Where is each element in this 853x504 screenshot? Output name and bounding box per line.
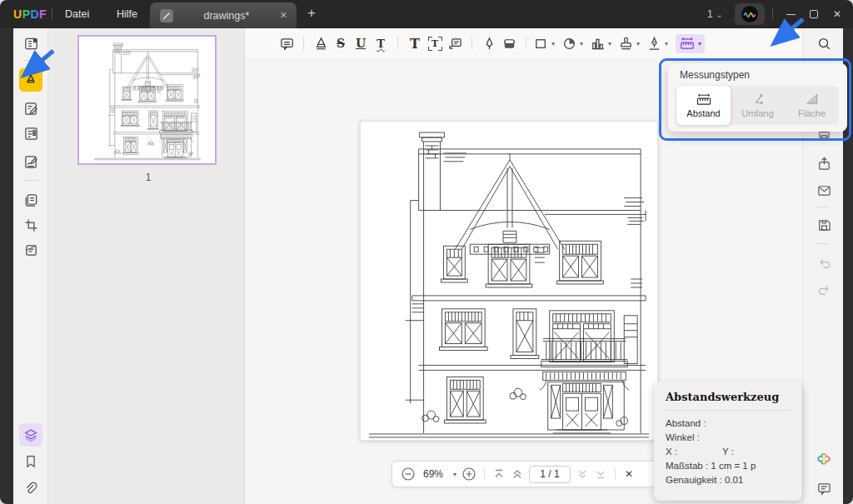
- close-icon: ✕: [833, 8, 841, 20]
- measure-types-popup: Messungstypen Abstand Umfang Fläche: [668, 63, 847, 132]
- sidebar-item-forms[interactable]: [21, 123, 41, 143]
- menu-hilfe[interactable]: Hilfe: [105, 0, 149, 28]
- shape-button[interactable]: ▾: [533, 32, 555, 54]
- textbox-button[interactable]: T: [425, 32, 445, 54]
- first-page-button[interactable]: [492, 467, 506, 481]
- sidebar-item-reader[interactable]: [21, 33, 41, 53]
- tooltip-abstand: Abstand :: [666, 417, 706, 431]
- minimize-button[interactable]: [780, 0, 801, 28]
- toolbar-divider: [526, 37, 526, 50]
- strikethrough-button[interactable]: S: [331, 32, 351, 54]
- zoom-dropdown[interactable]: ▾: [453, 471, 456, 478]
- tool-sidebar: [13, 28, 48, 504]
- tooltip-title: Abstandswerkzeug: [666, 391, 791, 403]
- titlebar: UPDF Datei Hilfe drawings* ✕ + 1⌄ ✕: [0, 0, 853, 28]
- thumbnail-house-drawing: [91, 39, 204, 161]
- new-tab-button[interactable]: +: [302, 0, 321, 28]
- next-page-button[interactable]: [576, 467, 589, 481]
- annotation-toolbar: S U T T T ▾ ▾ ▾ ▾: [245, 28, 802, 58]
- zoombar-divider: [615, 468, 616, 480]
- option-abstand[interactable]: Abstand: [676, 86, 731, 125]
- sidebar-item-layers[interactable]: [19, 423, 42, 447]
- distance-icon: [695, 92, 713, 107]
- undo-button[interactable]: [814, 253, 834, 273]
- sidebar-item-sign[interactable]: [21, 152, 41, 172]
- eraser-button[interactable]: [499, 32, 519, 54]
- sidebar-item-ocr[interactable]: [21, 240, 41, 260]
- window-controls-divider: [772, 8, 773, 20]
- updf-ai-icon: [740, 4, 760, 24]
- squiggly-underline-button[interactable]: T: [371, 32, 391, 54]
- sticker-button[interactable]: ▾: [561, 32, 583, 54]
- sidebar-item-crop[interactable]: [21, 215, 41, 235]
- chart-button[interactable]: ▾: [590, 32, 611, 54]
- thumbnail-panel: 1: [48, 28, 245, 504]
- sidebar-item-attachments[interactable]: [21, 478, 41, 498]
- highlight-button[interactable]: [311, 32, 331, 54]
- signature-button[interactable]: ▾: [646, 32, 668, 54]
- measure-options: Abstand Umfang Fläche: [676, 86, 839, 125]
- redo-button[interactable]: [814, 280, 834, 300]
- pencil-button[interactable]: [479, 32, 499, 54]
- tooltip-genauigkeit: Genauigkeit : 0.01: [666, 473, 743, 487]
- sidebar-divider: [23, 180, 38, 181]
- updf-ai-button[interactable]: [735, 3, 765, 25]
- tooltip-x: X :: [666, 445, 677, 459]
- page-number-input[interactable]: 1 / 1: [529, 466, 571, 483]
- comment-button[interactable]: [277, 32, 297, 54]
- sidebar-item-pages[interactable]: [21, 190, 41, 210]
- house-elevation-drawing: [361, 122, 657, 440]
- page-thumbnail[interactable]: [77, 35, 217, 165]
- menu-datei[interactable]: Datei: [53, 0, 101, 28]
- maximize-button[interactable]: [803, 0, 825, 28]
- toolbar-divider: [397, 37, 398, 50]
- close-button[interactable]: ✕: [826, 0, 848, 28]
- underline-button[interactable]: U: [351, 32, 371, 54]
- caret-down-icon: ▾: [665, 40, 668, 47]
- tooltip-y: Y :: [722, 445, 734, 459]
- thumbnail-page-number: 1: [48, 172, 248, 183]
- callout-button[interactable]: [445, 32, 465, 54]
- feedback-button[interactable]: [814, 478, 834, 498]
- zoom-in-button[interactable]: [461, 467, 476, 482]
- previous-page-button[interactable]: [511, 467, 524, 481]
- zoombar-close-button[interactable]: ✕: [625, 468, 633, 480]
- ruler-icon: [679, 36, 696, 52]
- document-tab[interactable]: drawings* ✕: [150, 2, 297, 28]
- stamp-button[interactable]: ▾: [618, 32, 640, 54]
- tooltip-divider: [666, 410, 791, 411]
- sidebar-item-bookmarks[interactable]: [21, 452, 41, 472]
- option-umfang[interactable]: Umfang: [731, 86, 785, 125]
- search-button[interactable]: [814, 33, 834, 53]
- email-button[interactable]: [814, 180, 834, 200]
- toolbar-divider: [303, 37, 304, 50]
- text-button[interactable]: T: [405, 32, 425, 54]
- caret-down-icon: ▾: [698, 40, 701, 47]
- minimize-icon: [786, 14, 796, 15]
- tooltip-winkel: Winkel :: [666, 431, 700, 445]
- share-button[interactable]: [814, 153, 834, 173]
- left-window-rail: [0, 28, 13, 504]
- perimeter-icon: [751, 92, 766, 107]
- tooltip-massstab: Maßstab : 1 cm = 1 p: [666, 459, 756, 473]
- ai-assistant-button[interactable]: [814, 450, 834, 470]
- zoom-out-button[interactable]: [401, 467, 416, 482]
- popup-title: Messungstypen: [680, 69, 750, 81]
- caret-down-icon: ▾: [608, 40, 611, 47]
- sidebar-item-edit[interactable]: [21, 98, 41, 118]
- notification-count-dropdown[interactable]: 1⌄: [707, 0, 723, 28]
- zoom-toolbar: 69% ▾ 1 / 1 ✕: [392, 461, 663, 487]
- measure-button[interactable]: ▾: [676, 34, 705, 53]
- option-flaeche[interactable]: Fläche: [785, 86, 839, 125]
- document-icon: [160, 9, 173, 22]
- tab-close-icon[interactable]: ✕: [280, 10, 287, 21]
- zoombar-divider: [484, 468, 485, 480]
- titlebar-divider: [52, 8, 52, 20]
- sidebar-item-comment[interactable]: [19, 68, 42, 92]
- last-page-button[interactable]: [594, 467, 607, 481]
- right-sidebar-divider: [816, 243, 830, 244]
- textbox-icon: T: [428, 37, 442, 51]
- save-button[interactable]: [814, 215, 834, 235]
- toolbar-divider: [471, 37, 472, 50]
- caret-down-icon: ▾: [551, 40, 555, 47]
